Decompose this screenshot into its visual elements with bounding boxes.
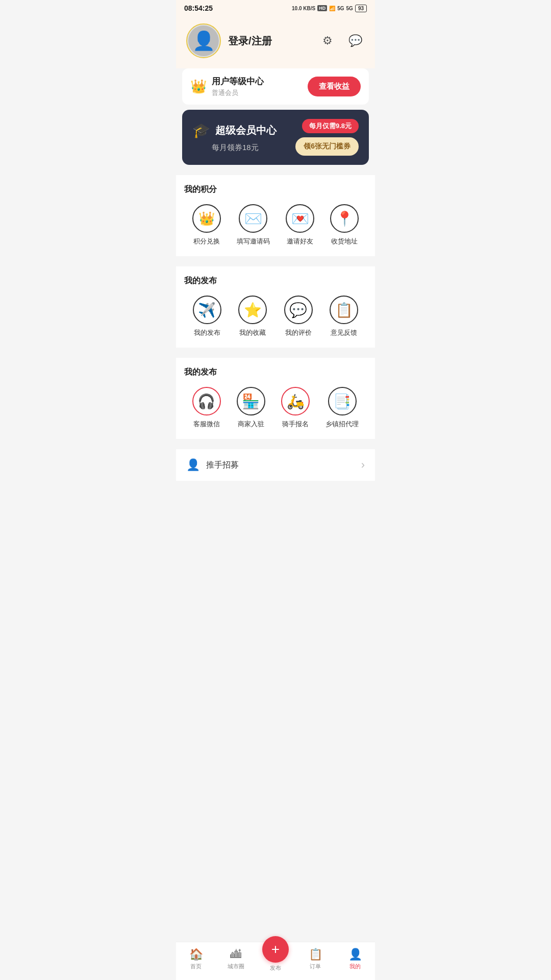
rider-signup-icon: 🛵 (287, 393, 305, 410)
customer-wechat-icon: 🎧 (197, 393, 215, 410)
recruit-arrow-icon: › (361, 458, 365, 472)
merchant-join-icon-wrap: 🏪 (237, 387, 265, 415)
points-exchange-icon-wrap: 👑 (192, 204, 221, 233)
settings-button[interactable]: ⚙ (318, 31, 337, 51)
my-points-section: 我的积分 👑 积分兑换 ✉️ 填写邀请码 💌 邀请好友 (176, 175, 375, 256)
township-agent-item[interactable]: 📑 乡镇招代理 (325, 387, 359, 429)
my-review-item[interactable]: 💬 我的评价 (284, 296, 313, 337)
invite-friend-icon-wrap: 💌 (286, 204, 314, 233)
my-favorites-icon-wrap: ⭐ (238, 296, 267, 324)
crown-icon: 👑 (190, 79, 207, 94)
feedback-item[interactable]: 📋 意见反馈 (330, 296, 358, 337)
vip-title: 用户等级中心 (212, 76, 264, 87)
customer-wechat-icon-wrap: 🎧 (192, 387, 221, 415)
coupon-button[interactable]: 领6张无门槛券 (295, 137, 359, 156)
shipping-address-icon: 📍 (336, 210, 354, 227)
section-divider-4 (176, 444, 375, 449)
section-divider-1 (176, 170, 375, 175)
vip-subtitle: 普通会员 (212, 88, 264, 97)
township-agent-label: 乡镇招代理 (325, 420, 359, 429)
invite-code-label: 填写邀请码 (237, 237, 270, 246)
my-publish-title: 我的发布 (184, 276, 367, 286)
avatar-icon: 👤 (192, 30, 215, 52)
header-icons: ⚙ 💬 (318, 31, 365, 51)
rider-signup-item[interactable]: 🛵 骑手报名 (281, 387, 310, 429)
status-icons: 10.0 KB/S HD 📶 5G 5G 93 (292, 5, 367, 12)
my-publish-icon: ✈️ (198, 302, 216, 318)
profile-left: 👤 登录/注册 (186, 23, 272, 58)
shipping-address-icon-wrap: 📍 (330, 204, 359, 233)
my-review-icon: 💬 (289, 302, 307, 318)
merchant-join-icon: 🏪 (242, 393, 260, 410)
svip-row1: 🎓 超级会员中心 (192, 122, 277, 139)
profile-section: 👤 登录/注册 ⚙ 💬 (176, 15, 375, 68)
super-vip-left: 🎓 超级会员中心 每月领券18元 (192, 122, 277, 153)
my-favorites-item[interactable]: ⭐ 我的收藏 (238, 296, 267, 337)
vip-level-card: 👑 用户等级中心 普通会员 查看收益 (182, 68, 369, 105)
invite-friend-item[interactable]: 💌 邀请好友 (286, 204, 314, 246)
recruit-icon: 👤 (186, 458, 200, 472)
my-publish-section: 我的发布 ✈️ 我的发布 ⭐ 我的收藏 💬 我的评价 (176, 266, 375, 348)
invite-code-icon-wrap: ✉️ (239, 204, 267, 233)
hd-badge: HD (317, 5, 327, 11)
message-button[interactable]: 💬 (345, 31, 365, 51)
invite-friend-icon: 💌 (291, 210, 309, 227)
vip-texts: 用户等级中心 普通会员 (212, 76, 264, 97)
super-vip-banner[interactable]: 🎓 超级会员中心 每月领券18元 每月仅需9.8元 领6张无门槛券 (182, 110, 369, 165)
feedback-icon-wrap: 📋 (330, 296, 358, 324)
my-review-label: 我的评价 (285, 328, 312, 337)
section-divider-2 (176, 261, 375, 266)
avatar-inner: 👤 (188, 26, 219, 56)
status-bar: 08:54:25 10.0 KB/S HD 📶 5G 5G 93 (176, 0, 375, 15)
invite-code-item[interactable]: ✉️ 填写邀请码 (237, 204, 270, 246)
points-exchange-icon: 👑 (198, 211, 215, 227)
my-publish-icon-wrap: ✈️ (193, 296, 221, 324)
feedback-label: 意见反馈 (331, 328, 357, 337)
my-publish-title-2: 我的发布 (184, 367, 367, 378)
super-vip-right: 每月仅需9.8元 领6张无门槛券 (295, 119, 359, 156)
points-exchange-label: 积分兑换 (193, 237, 220, 246)
merchant-join-label: 商家入驻 (238, 420, 264, 429)
my-favorites-label: 我的收藏 (239, 328, 266, 337)
battery-icon: 93 (355, 5, 367, 12)
customer-wechat-item[interactable]: 🎧 客服微信 (192, 387, 221, 429)
message-icon: 💬 (348, 34, 362, 47)
my-publish-grid-2: 🎧 客服微信 🏪 商家入驻 🛵 骑手报名 📑 乡镇招代理 (184, 387, 367, 429)
login-text[interactable]: 登录/注册 (228, 34, 272, 48)
price-badge: 每月仅需9.8元 (302, 119, 359, 133)
recruit-text: 推手招募 (206, 460, 239, 471)
points-exchange-item[interactable]: 👑 积分兑换 (192, 204, 221, 246)
my-points-grid: 👑 积分兑换 ✉️ 填写邀请码 💌 邀请好友 📍 收货地址 (184, 204, 367, 246)
customer-wechat-label: 客服微信 (193, 420, 220, 429)
township-agent-icon: 📑 (333, 393, 351, 410)
my-publish-item[interactable]: ✈️ 我的发布 (193, 296, 221, 337)
avatar[interactable]: 👤 (186, 23, 221, 58)
svip-title: 超级会员中心 (215, 124, 277, 137)
township-agent-icon-wrap: 📑 (328, 387, 357, 415)
settings-icon: ⚙ (322, 34, 333, 47)
view-earnings-button[interactable]: 查看收益 (308, 77, 361, 96)
my-publish-label: 我的发布 (194, 328, 220, 337)
invite-code-icon: ✉️ (244, 210, 262, 227)
rider-signup-icon-wrap: 🛵 (281, 387, 310, 415)
feedback-icon: 📋 (335, 302, 353, 318)
my-points-title: 我的积分 (184, 184, 367, 195)
svip-subtitle: 每月领券18元 (212, 143, 277, 153)
vip-left: 👑 用户等级中心 普通会员 (190, 76, 264, 97)
recruit-banner[interactable]: 👤 推手招募 › (176, 449, 375, 481)
signal2: 5G (346, 6, 353, 11)
network-speed: 10.0 KB/S (292, 6, 315, 11)
shipping-address-label: 收货地址 (331, 237, 358, 246)
section-divider-3 (176, 353, 375, 358)
my-review-icon-wrap: 💬 (284, 296, 313, 324)
wifi-icon: 📶 (329, 6, 335, 11)
signal1: 5G (337, 6, 344, 11)
shipping-address-item[interactable]: 📍 收货地址 (330, 204, 359, 246)
my-publish-grid: ✈️ 我的发布 ⭐ 我的收藏 💬 我的评价 📋 意见反馈 (184, 296, 367, 337)
my-favorites-icon: ⭐ (244, 302, 262, 318)
rider-signup-label: 骑手报名 (282, 420, 309, 429)
status-time: 08:54:25 (184, 4, 213, 12)
recruit-left: 👤 推手招募 (186, 458, 239, 472)
merchant-join-item[interactable]: 🏪 商家入驻 (237, 387, 265, 429)
graduation-icon: 🎓 (192, 122, 210, 139)
